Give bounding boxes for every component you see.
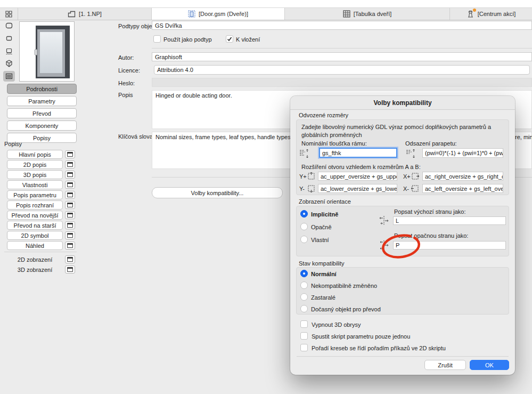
status-radio-normalni[interactable] [300,270,308,277]
open-window-button[interactable] [65,211,75,219]
oversize-x-minus-value: ac_left_oversize + gs_left_oversiz [425,186,503,192]
view-script-icon-button[interactable] [3,71,15,82]
open-window-button[interactable] [65,191,75,199]
orientation-radio-vlastni[interactable] [300,236,308,243]
author-label: Autor: [118,54,134,61]
drawing-order-checkbox[interactable] [300,344,308,351]
tab-floor-plan[interactable]: [1. 1.NP] [18,8,152,20]
script-item-label: Vlastnosti [22,182,48,188]
script-item-vlastnosti[interactable]: Vlastnosti [7,180,63,189]
script-item-prevod-na-starsi[interactable]: Převod na starší [7,221,63,230]
tab-label: [Centrum akcí] [478,11,516,17]
description-label: Popis [118,92,133,98]
opposite-side-input[interactable]: P [393,241,506,250]
status-radio-zastarale[interactable] [300,293,308,301]
use-as-subtype-label: Použít jako podtyp [163,36,212,43]
script-item-2d-zobrazeni: 2D zobrazení [7,255,63,264]
cancel-button[interactable]: Zrušit [424,360,466,370]
open-window-button[interactable] [65,171,75,179]
checkbox-label: Vypnout 3D obrysy [312,321,361,328]
script-item-nahled[interactable]: Náhled [7,241,63,250]
script-item-2d-popis[interactable]: 2D popis [7,160,63,169]
tab-door-schedule[interactable]: [Tabulka dveří] [285,8,450,20]
sidebar-item-parametry[interactable]: Parametry [7,96,77,106]
view-3d-icon-button[interactable] [3,58,15,69]
disable-3d-outlines-checkbox[interactable] [300,320,308,328]
placeable-checkbox[interactable] [226,35,233,43]
orientation-section-label: Zobrazení orientace [299,198,351,205]
orientation-radio-implicitne[interactable] [300,210,308,218]
sidebar-item-podrobnosti[interactable]: Podrobnosti [7,84,77,94]
open-window-button[interactable] [65,231,75,239]
password-input[interactable] [152,78,532,87]
open-window-button[interactable] [65,255,75,263]
author-value: Graphisoft [155,54,182,60]
oversize-up-icon [307,172,316,181]
keywords-value: Nominal sizes, frame types, leaf types, … [155,134,312,140]
popisy-section-label: Popisy [4,141,22,147]
sill-offset-input[interactable]: (pwi=0)*(-1) + (pwi=1)*0 + (pwi=2 [422,148,503,158]
script-item-2d-symbol[interactable]: 2D symbol [7,231,63,240]
open-window-button[interactable] [65,160,75,168]
tab-overview-grid[interactable] [0,8,18,20]
oversize-x-plus-value: ac_right_oversize + gs_right_ove [425,173,503,180]
script-item-hlavni-popis[interactable]: Hlavní popis [7,150,63,159]
ok-button[interactable]: OK [470,360,509,370]
open-window-button[interactable] [65,221,75,229]
status-option-label: Normální [311,271,337,277]
oversize-y-plus-input[interactable]: ac_upper_oversize + gs_upper_o [318,172,397,181]
door-preview-image [36,26,70,78]
oversize-y-minus-input[interactable]: ac_lower_oversize + gs_lower_ov [318,184,397,193]
orientation-radio-opacne[interactable] [300,223,308,230]
script-item-label: 2D zobrazení [18,256,52,263]
script-lines-icon [5,73,13,79]
sidebar-item-label: Popisy [33,135,51,141]
view-rect-icon-button[interactable] [3,33,15,44]
notification-badge [473,9,476,12]
document-tab-bar: [1. 1.NP] [Door.gsm (Dveře)] [Tabulka dv… [0,7,532,20]
oversize-x-minus-input[interactable]: ac_left_oversize + gs_left_oversiz [422,184,503,193]
window-icon [67,223,73,228]
sidebar-item-label: Podrobnosti [26,86,58,92]
tab-action-center[interactable]: [Centrum akcí] [450,8,532,20]
window-icon [67,162,73,167]
use-as-subtype-checkbox[interactable] [153,35,161,43]
window-icon [67,267,73,272]
open-window-button[interactable] [65,201,75,209]
window-icon [67,233,73,238]
status-radio-docasny[interactable] [300,305,308,312]
window-icon [67,243,73,248]
script-item-popis-rozhrani[interactable]: Popis rozhraní [7,200,63,210]
x-minus-label: X- [403,186,409,192]
tab-label: [Door.gsm (Dveře)] [199,11,248,17]
view-stamp-icon-button[interactable] [3,46,15,57]
run-param-script-once-checkbox[interactable] [300,332,308,340]
tab-door-gsm[interactable]: [Door.gsm (Dveře)] [152,8,285,20]
status-section-label: Stav kompatibility [299,260,345,267]
view-rounded-rect-icon-button[interactable] [3,20,15,31]
script-item-popis-parametru[interactable]: Popis parametru [7,190,63,199]
oversize-x-plus-input[interactable]: ac_right_oversize + gs_right_ove [422,172,503,181]
open-window-button[interactable] [65,181,75,189]
sidebar-item-komponenty[interactable]: Komponenty [7,120,77,131]
sill-offset-label: Odsazení parapetu: [405,140,457,147]
script-item-3d-zobrazeni: 3D zobrazení [7,265,63,274]
subtype-input[interactable]: GS Dvířka [152,21,532,30]
script-item-label: Popis parametru [13,192,56,198]
open-window-button[interactable] [65,150,75,158]
default-side-input[interactable]: L [393,216,506,225]
open-window-button[interactable] [65,242,75,250]
author-input[interactable]: Graphisoft [152,52,532,61]
license-select[interactable]: Attribution 4.0 [154,65,530,75]
frame-thickness-input[interactable]: gs_fthk [319,148,397,158]
cancel-button-label: Zrušit [438,362,453,368]
script-item-prevod-na-novejsi[interactable]: Převod na novější [7,211,63,220]
script-item-3d-popis[interactable]: 3D popis [7,170,63,179]
compatibility-options-button[interactable]: Volby kompatibility... [152,187,283,198]
password-label: Heslo: [118,80,135,86]
open-window-button[interactable] [65,266,75,274]
sidebar-item-prevod[interactable]: Převod [7,108,77,118]
status-radio-nekompatibilne[interactable] [300,282,308,289]
oversize-y-minus-value: ac_lower_oversize + gs_lower_ov [321,186,397,192]
sidebar-item-label: Parametry [28,98,55,104]
